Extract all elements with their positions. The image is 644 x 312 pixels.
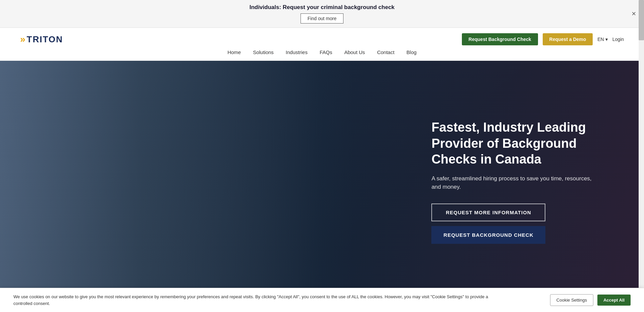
cookie-bar: We use cookies on our website to give yo… [0, 288, 644, 303]
find-out-button[interactable]: Find out more [301, 13, 343, 24]
nav-contact[interactable]: Contact [377, 49, 394, 55]
language-selector[interactable]: EN ▾ [597, 37, 607, 42]
nav-home[interactable]: Home [227, 49, 241, 55]
logo-arrows-icon: » [20, 34, 24, 45]
nav-blog[interactable]: Blog [407, 49, 417, 55]
header: » TRITON Request Background Check Reques… [0, 28, 644, 61]
logo-text: TRITON [27, 34, 63, 45]
request-more-info-button[interactable]: REQUEST MORE INFORMATION [431, 204, 545, 221]
main-nav: Home Solutions Industries FAQs About Us … [227, 49, 417, 55]
header-right: Request Background Check Request a Demo … [462, 33, 624, 45]
scrollbar-thumb[interactable] [639, 0, 644, 40]
header-top: » TRITON Request Background Check Reques… [20, 33, 624, 45]
lang-chevron-icon: ▾ [605, 37, 608, 42]
logo[interactable]: » TRITON [20, 34, 63, 45]
announcement-close-button[interactable]: × [632, 10, 636, 17]
cookie-text: We use cookies on our website to give yo… [13, 294, 507, 303]
nav-about-us[interactable]: About Us [344, 49, 365, 55]
scrollbar-track[interactable] [639, 0, 644, 303]
header-request-bg-button[interactable]: Request Background Check [462, 33, 538, 45]
lang-label: EN [597, 37, 604, 42]
cookie-buttons: Cookie Settings Accept All [550, 294, 631, 303]
nav-industries[interactable]: Industries [286, 49, 308, 55]
nav-faqs[interactable]: FAQs [320, 49, 332, 55]
hero-title: Fastest, Industry Leading Provider of Ba… [431, 120, 592, 168]
request-background-check-button[interactable]: REQUEST BACKGROUND CHECK [431, 226, 545, 244]
announcement-bar: Individuals: Request your criminal backg… [0, 0, 644, 28]
hero-content: Fastest, Industry Leading Provider of Ba… [431, 120, 592, 244]
cookie-accept-all-button[interactable]: Accept All [597, 295, 631, 303]
hero-subtitle: A safer, streamlined hiring process to s… [431, 174, 592, 191]
header-demo-button[interactable]: Request a Demo [543, 33, 593, 45]
hero-section: Fastest, Industry Leading Provider of Ba… [0, 61, 644, 303]
login-link[interactable]: Login [612, 37, 624, 42]
announcement-text: Individuals: Request your criminal backg… [13, 4, 631, 11]
nav-solutions[interactable]: Solutions [253, 49, 274, 55]
hero-person-silhouette [0, 61, 354, 303]
cookie-settings-button[interactable]: Cookie Settings [550, 294, 593, 303]
